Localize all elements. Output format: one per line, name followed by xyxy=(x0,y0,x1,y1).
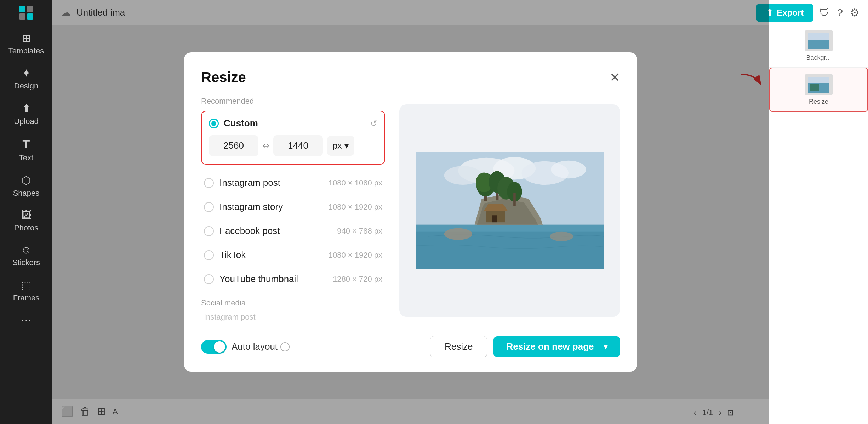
layers-list: Backgr... Resize xyxy=(769,24,868,112)
button-divider xyxy=(599,342,600,352)
svg-rect-8 xyxy=(810,84,819,91)
option-left: YouTube thumbnail xyxy=(204,274,298,285)
modal-body: Recommended Custom ↺ ⇔ xyxy=(201,97,620,325)
svg-rect-31 xyxy=(492,215,497,222)
unit-selector[interactable]: px ▾ xyxy=(327,136,354,156)
social-media-label: Social media xyxy=(201,298,385,308)
right-panel: Layers Backgr... Resize xyxy=(769,0,868,424)
sidebar-item-stickers[interactable]: ☺ Stickers xyxy=(0,237,52,272)
sidebar-item-design[interactable]: ✦ Design xyxy=(0,61,52,96)
option-left: TikTok xyxy=(204,250,246,260)
option-dims: 1080 × 1080 px xyxy=(329,178,382,188)
option-youtube-thumbnail[interactable]: YouTube thumbnail 1280 × 720 px xyxy=(201,267,385,291)
option-left: Instagram post xyxy=(204,177,280,188)
text-icon: T xyxy=(23,137,30,151)
modal-left-column: Recommended Custom ↺ ⇔ xyxy=(201,97,385,325)
svg-rect-2 xyxy=(19,13,25,20)
custom-option-box: Custom ↺ ⇔ px ▾ xyxy=(201,111,385,165)
recommended-label: Recommended xyxy=(201,97,385,106)
sidebar-item-more[interactable]: ⋯ xyxy=(0,308,52,331)
width-input[interactable] xyxy=(209,135,258,156)
photos-icon: 🖼 xyxy=(21,209,32,221)
settings-icon[interactable]: ⚙ xyxy=(850,6,860,19)
radio-empty xyxy=(204,250,214,260)
shapes-icon: ⬡ xyxy=(22,174,31,187)
option-name: Facebook post xyxy=(219,225,280,236)
height-input[interactable] xyxy=(273,135,323,156)
resize-options-list: Instagram post 1080 × 1080 px Instagram … xyxy=(201,171,385,291)
radio-empty xyxy=(204,178,214,188)
toggle-knob xyxy=(214,341,225,353)
layer-background[interactable]: Backgr... xyxy=(769,24,868,68)
layer-label-resize: Resize xyxy=(809,98,828,105)
refresh-icon[interactable]: ↺ xyxy=(370,119,377,128)
shield-icon[interactable]: 🛡 xyxy=(819,7,830,19)
help-icon[interactable]: ? xyxy=(837,7,843,19)
custom-radio-selected[interactable] xyxy=(209,119,219,128)
modal-close-button[interactable]: ✕ xyxy=(610,71,620,84)
sidebar-item-text[interactable]: T Text xyxy=(0,131,52,167)
dimension-inputs: ⇔ px ▾ xyxy=(209,135,377,156)
footer-buttons: Resize Resize on new page ▾ xyxy=(430,336,620,357)
topbar-icons: 🛡 ? ⚙ xyxy=(819,6,860,19)
svg-rect-5 xyxy=(808,40,829,49)
dimension-separator: ⇔ xyxy=(263,141,269,150)
option-name: TikTok xyxy=(219,250,246,260)
svg-rect-3 xyxy=(27,13,33,20)
layer-label-background: Backgr... xyxy=(806,54,831,62)
option-instagram-post[interactable]: Instagram post 1080 × 1080 px xyxy=(201,171,385,195)
option-dims: 940 × 788 px xyxy=(337,227,382,236)
layer-resize[interactable]: Resize xyxy=(769,68,868,112)
sidebar-item-label: Shapes xyxy=(13,189,40,198)
svg-rect-1 xyxy=(27,6,33,12)
resize-new-page-label: Resize on new page xyxy=(506,341,599,352)
option-name: Instagram story xyxy=(219,201,283,212)
toggle-track[interactable] xyxy=(201,340,227,354)
custom-header: Custom ↺ xyxy=(209,118,377,129)
auto-layout-toggle[interactable] xyxy=(201,340,227,354)
custom-label: Custom xyxy=(224,118,258,129)
social-sub-label: Instagram post xyxy=(201,310,385,325)
sidebar-item-shapes[interactable]: ⬡ Shapes xyxy=(0,168,52,203)
svg-point-15 xyxy=(551,161,586,178)
sidebar-item-label: Frames xyxy=(13,293,40,303)
frames-icon: ⬚ xyxy=(21,279,31,291)
app-logo[interactable] xyxy=(0,0,52,25)
modal-right-column xyxy=(399,97,620,325)
sidebar-item-frames[interactable]: ⬚ Frames xyxy=(0,273,52,308)
option-dims: 1280 × 720 px xyxy=(333,275,382,284)
design-icon: ✦ xyxy=(22,67,31,79)
resize-button[interactable]: Resize xyxy=(430,336,487,357)
option-tiktok[interactable]: TikTok 1080 × 1920 px xyxy=(201,243,385,267)
option-instagram-story[interactable]: Instagram story 1080 × 1920 px xyxy=(201,195,385,219)
option-dims: 1080 × 1920 px xyxy=(329,202,382,212)
option-left: Instagram story xyxy=(204,201,283,212)
svg-point-33 xyxy=(550,232,573,241)
dropdown-arrow-icon[interactable]: ▾ xyxy=(604,342,607,351)
stickers-icon: ☺ xyxy=(21,244,32,256)
sidebar-item-label: Text xyxy=(19,153,33,162)
modal-footer: Auto layout i Resize Resize on new page … xyxy=(201,336,620,357)
sidebar-item-label: Templates xyxy=(8,46,44,56)
sidebar-item-photos[interactable]: 🖼 Photos xyxy=(0,203,52,237)
preview-box xyxy=(399,104,620,317)
sidebar: ⊞ Templates ✦ Design ⬆ Upload T Text ⬡ S… xyxy=(0,0,52,424)
auto-layout-control: Auto layout i xyxy=(201,340,290,354)
sidebar-item-templates[interactable]: ⊞ Templates xyxy=(0,25,52,61)
svg-rect-28 xyxy=(513,193,516,206)
resize-on-new-page-button[interactable]: Resize on new page ▾ xyxy=(493,336,620,357)
sidebar-item-upload[interactable]: ⬆ Upload xyxy=(0,96,52,131)
templates-icon: ⊞ xyxy=(22,32,31,44)
option-dims: 1080 × 1920 px xyxy=(329,251,382,260)
unit-dropdown-icon: ▾ xyxy=(344,141,349,151)
modal-header: Resize ✕ xyxy=(201,69,620,85)
auto-layout-info-icon[interactable]: i xyxy=(280,342,290,351)
more-icon: ⋯ xyxy=(21,314,32,326)
modal-title: Resize xyxy=(201,69,246,85)
svg-rect-17 xyxy=(416,225,604,232)
radio-empty xyxy=(204,226,214,236)
preview-image xyxy=(416,120,604,301)
option-facebook-post[interactable]: Facebook post 940 × 788 px xyxy=(201,219,385,243)
layer-thumb-resize xyxy=(805,74,833,95)
option-left: Facebook post xyxy=(204,225,280,236)
